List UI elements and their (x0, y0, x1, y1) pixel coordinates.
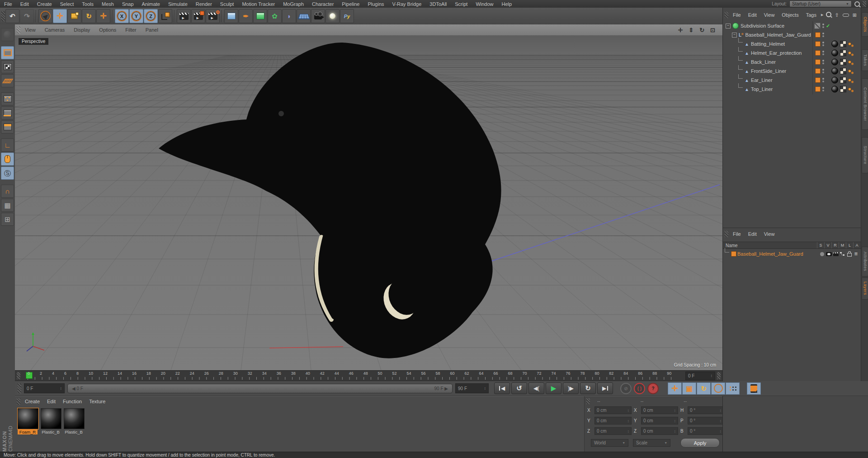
menu-plugins[interactable]: Plugins (363, 1, 388, 7)
last-used-tool[interactable]: ✛ (96, 9, 110, 23)
rotation-field-h[interactable]: 0 °↕ (688, 406, 724, 414)
material-menu-texture[interactable]: Texture (85, 399, 109, 404)
size-field-z[interactable]: 0 cm↕ (641, 427, 678, 435)
material-plastic-b-1[interactable]: Plastic_B (41, 408, 61, 434)
visibility-dots[interactable] (822, 78, 824, 80)
menu-edit[interactable]: Edit (16, 1, 33, 7)
tree-row-frontside-liner[interactable]: ▲FrontSide_Liner (723, 67, 860, 76)
tree-row-top-liner[interactable]: ▲Top_Liner (723, 85, 860, 94)
pan-view-button[interactable]: ✛ (678, 27, 683, 33)
spinner-icon[interactable]: ↕ (720, 429, 722, 434)
menu-character[interactable]: Character (308, 1, 338, 7)
layer-row[interactable]: Baseball_Helmet_Jaw_Guard ≣ (725, 250, 859, 258)
visibility-dots[interactable] (822, 69, 824, 71)
model-mode[interactable] (1, 46, 14, 59)
layers-menu-edit[interactable]: Edit (745, 231, 760, 237)
visibility-dots[interactable] (822, 24, 824, 25)
tab-layers[interactable]: Layers (862, 277, 868, 300)
menu-v-ray-bridge[interactable]: V-Ray Bridge (388, 1, 426, 7)
render-settings-button[interactable]: ⚙ (206, 9, 220, 23)
spinner-icon[interactable]: ↕ (674, 429, 676, 434)
enable-toggle[interactable] (814, 23, 821, 29)
expand-toggle[interactable]: − (726, 24, 731, 29)
menu-motion-tracker[interactable]: Motion Tracker (238, 1, 279, 7)
material-menu-edit[interactable]: Edit (43, 399, 59, 404)
scale-key-toggle[interactable]: ▣ (682, 382, 696, 395)
spinner-icon[interactable]: ↕ (60, 386, 62, 391)
pla-key-toggle[interactable] (726, 382, 740, 395)
uvw-tag[interactable] (840, 86, 846, 92)
convert-mode[interactable] (1, 28, 14, 41)
light-object-menu[interactable] (326, 9, 340, 23)
menu-simulate[interactable]: Simulate (164, 1, 192, 7)
play-forward-button[interactable]: ↻ (580, 382, 596, 394)
menu-help[interactable]: Help (498, 1, 516, 7)
viewport-menu-panel[interactable]: Panel (141, 27, 163, 33)
layer-color-swatch[interactable] (815, 41, 821, 47)
phong-tag[interactable] (848, 79, 851, 82)
uvw-tag[interactable] (840, 77, 846, 83)
spinner-icon[interactable]: ↕ (720, 419, 722, 423)
menu-mograph[interactable]: MoGraph (279, 1, 308, 7)
autokey-help-button[interactable]: ? (647, 383, 659, 394)
rotation-field-p[interactable]: 0 °↕ (688, 417, 724, 425)
remove-button[interactable] (843, 12, 849, 18)
spinner-icon[interactable]: ↕ (711, 373, 713, 378)
material-tag[interactable] (831, 41, 838, 48)
scale-tool[interactable] (67, 9, 81, 23)
next-frame-button[interactable]: )▶ (563, 382, 579, 394)
spinner-icon[interactable]: ↕ (627, 408, 630, 413)
position-key-toggle[interactable]: ✛ (668, 382, 682, 395)
menu-window[interactable]: Window (472, 1, 497, 7)
tree-row-back-liner[interactable]: ▲Back_Liner (723, 57, 860, 67)
phong-tag[interactable] (848, 70, 851, 73)
tree-row-baseball-helmet-jaw-guard[interactable]: −LoBaseball_Helmet_Jaw_Guard (723, 30, 860, 39)
viewport-menu-display[interactable]: Display (69, 27, 94, 33)
range-start-field[interactable]: 0 F ↕ (24, 383, 65, 393)
enabled-check-icon[interactable]: ✓ (826, 23, 830, 29)
spinner-icon[interactable]: ↕ (484, 386, 486, 391)
tab-takes[interactable]: Takes (862, 49, 868, 71)
record-keyframe-button[interactable]: ( ) (634, 383, 645, 394)
tab-attributes[interactable]: Attributes (862, 247, 868, 277)
spinner-icon[interactable]: ↕ (627, 419, 630, 423)
menu-file[interactable]: File (0, 1, 16, 7)
phong-tag[interactable] (848, 88, 851, 91)
om-menu-tags[interactable]: Tags (802, 12, 820, 18)
position-field-x[interactable]: 0 cm↕ (594, 406, 632, 414)
modeling-object-menu[interactable]: ✿ (268, 9, 282, 23)
menu-select[interactable]: Select (56, 1, 78, 7)
position-field-z[interactable]: 0 cm↕ (594, 427, 632, 435)
rotation-key-toggle[interactable]: ↻ (697, 382, 711, 395)
visibility-dots[interactable] (822, 51, 824, 52)
position-field-y[interactable]: 0 cm↕ (594, 417, 632, 425)
polygons-mode[interactable] (1, 120, 14, 134)
render-toggle-toggle[interactable] (832, 252, 839, 256)
generator-object-menu[interactable] (253, 9, 267, 23)
coordinate-system-toggle[interactable] (158, 9, 172, 23)
material-tag[interactable] (831, 77, 838, 84)
menu-overflow-icon[interactable]: ▶ (821, 13, 823, 17)
environment-object-menu[interactable] (297, 9, 311, 23)
viewport-menu-options[interactable]: Options (94, 27, 121, 33)
material-tag[interactable] (831, 68, 838, 75)
transform-mode-dropdown[interactable]: Scale ▼ (633, 439, 670, 447)
menu-3dtoall[interactable]: 3DToAll (425, 1, 451, 7)
primitive-object-menu[interactable] (224, 9, 238, 23)
layers-menu-file[interactable]: File (729, 231, 745, 237)
menu-pipeline[interactable]: Pipeline (338, 1, 363, 7)
viewport-canvas[interactable]: Perspective Grid Spacing : 10 cm (15, 35, 722, 370)
tab-structure[interactable]: Structure (862, 137, 868, 173)
layer-color-swatch[interactable] (815, 50, 821, 56)
tweak-mode[interactable] (1, 153, 14, 166)
visibility-dots[interactable] (822, 42, 824, 43)
workplane-lock-toggle[interactable]: ▦ (1, 199, 14, 212)
menu-sculpt[interactable]: Sculpt (216, 1, 238, 7)
snap-toggle[interactable]: Ⓢ (1, 167, 14, 180)
tree-row-helmet-ear-protection[interactable]: ▲Helmet_Ear_protection (723, 48, 860, 57)
spline-object-menu[interactable]: ✒ (239, 9, 253, 23)
range-end-field[interactable]: 90 F ↕ (455, 383, 489, 393)
layers-menu-view[interactable]: View (760, 231, 778, 237)
view-label[interactable]: Perspective (19, 38, 48, 45)
add-button[interactable]: ⊞ (853, 12, 857, 18)
